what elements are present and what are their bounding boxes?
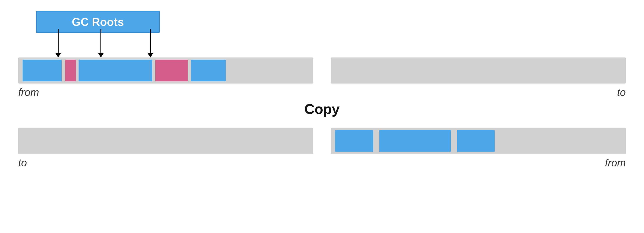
block-blue-3 <box>191 60 226 81</box>
arrow-3 <box>147 29 154 58</box>
block-blue-2 <box>78 60 152 81</box>
copied-block-3 <box>457 130 495 152</box>
arrow-1 <box>55 29 61 58</box>
to-label-bottom: to <box>18 157 27 169</box>
block-blue-1 <box>22 60 62 81</box>
from-label-top: from <box>18 86 39 98</box>
copied-block-1 <box>335 130 373 152</box>
copy-label: Copy <box>18 101 626 117</box>
block-pink-1 <box>65 60 76 81</box>
to-label-top: to <box>617 86 626 98</box>
from-memory-row <box>18 58 313 84</box>
copied-block-2 <box>379 130 451 152</box>
from-label-bottom: from <box>605 157 626 169</box>
from-memory-row-bottom <box>331 128 626 154</box>
to-memory-row-bottom <box>18 128 313 154</box>
to-memory-row-top <box>331 58 626 84</box>
main-container: GC Roots <box>0 0 644 233</box>
block-pink-2 <box>155 60 188 81</box>
arrow-2 <box>98 29 104 58</box>
gc-roots-label: GC Roots <box>72 16 124 28</box>
